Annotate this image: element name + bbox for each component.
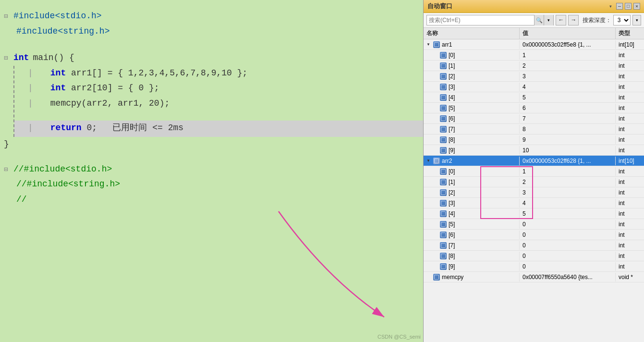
var-icon xyxy=(440,242,447,249)
search-next-button[interactable]: → xyxy=(568,15,579,25)
var-icon xyxy=(440,136,447,143)
var-icon xyxy=(440,115,447,122)
table-row[interactable]: [6] 7 int xyxy=(424,113,644,124)
table-row[interactable]: [1] 2 int xyxy=(424,61,644,71)
name-cell: [1] xyxy=(424,61,520,70)
value-cell: 4 xyxy=(520,199,616,208)
value-cell: 0x00007ff6550a5640 {tes... xyxy=(520,273,616,281)
value-cell: 0 xyxy=(520,220,616,229)
name-cell: [6] xyxy=(424,114,520,123)
col-header-value: 值 xyxy=(520,28,616,39)
maximize-button[interactable]: □ xyxy=(625,3,632,10)
collapse-icon-main[interactable]: ⊟ xyxy=(4,52,12,64)
var-icon xyxy=(440,179,447,185)
code-line-arr1: | int arr1[] = { 1,2,3,4,5,6,7,8,9,10 }; xyxy=(14,66,423,81)
close-button[interactable]: ✕ xyxy=(633,3,640,10)
table-row[interactable]: [7] 0 int xyxy=(424,240,644,251)
name-cell: [2] xyxy=(424,72,520,81)
search-prev-button[interactable]: ← xyxy=(556,15,566,25)
table-row[interactable]: [8] 0 int xyxy=(424,251,644,261)
search-depth-dropdown[interactable]: ▾ xyxy=(632,15,641,25)
table-row[interactable]: [2] 3 int xyxy=(424,187,644,198)
code-line-main: ⊟ int main() { xyxy=(0,50,423,66)
table-row[interactable]: [5] 6 int xyxy=(424,103,644,113)
var-icon xyxy=(440,94,447,101)
expand-icon[interactable]: ▼ xyxy=(426,42,431,47)
collapse-icon-1[interactable]: ⊟ xyxy=(4,11,12,23)
type-cell: int xyxy=(616,241,644,250)
var-icon xyxy=(440,147,447,154)
value-cell: 0 xyxy=(520,252,616,260)
var-icon xyxy=(433,158,440,164)
value-cell: 2 xyxy=(520,61,616,70)
search-options-button[interactable]: ▾ xyxy=(544,15,553,25)
col-header-name: 名称 xyxy=(424,28,520,39)
name-cell: [9] xyxy=(424,146,520,155)
table-row[interactable]: [4] 5 int xyxy=(424,208,644,219)
table-row[interactable]: [2] 3 int xyxy=(424,71,644,82)
type-cell: int xyxy=(616,51,644,60)
search-input-container: 🔍 ▾ xyxy=(426,15,554,25)
name-cell: ▼ arr2 xyxy=(424,157,520,165)
name-cell: ▼ arr1 xyxy=(424,40,520,49)
table-row[interactable]: [6] 0 int xyxy=(424,230,644,240)
table-row[interactable]: [8] 9 int xyxy=(424,134,644,145)
code-line-comment2: //#include<string.h> xyxy=(0,177,423,192)
name-cell: [0] xyxy=(424,51,520,60)
var-icon xyxy=(440,62,447,69)
table-row-arr2-selected[interactable]: ▼ arr2 0x00000053c02ff628 {1, ... int[10… xyxy=(424,156,644,166)
table-row[interactable]: [4] 5 int xyxy=(424,92,644,103)
value-cell: 3 xyxy=(520,72,616,81)
code-line-comment3: // xyxy=(0,192,423,208)
table-row-memcpy[interactable]: memcpy 0x00007ff6550a5640 {tes... void * xyxy=(424,272,644,282)
value-cell: 1 xyxy=(520,51,616,60)
table-row[interactable]: [5] 0 int xyxy=(424,219,644,230)
type-cell: int xyxy=(616,167,644,176)
code-line-return: | return 0; 已用时间 <= 2ms xyxy=(14,121,423,137)
collapse-icon-comment[interactable]: ⊟ xyxy=(4,164,12,176)
table-row[interactable]: [9] 0 int xyxy=(424,261,644,272)
value-cell: 0 xyxy=(520,262,616,271)
table-row[interactable]: [7] 8 int xyxy=(424,124,644,134)
type-cell: int xyxy=(616,93,644,102)
pin-icon[interactable]: ▾ xyxy=(609,3,612,10)
value-cell: 6 xyxy=(520,104,616,112)
table-row[interactable]: [9] 10 int xyxy=(424,145,644,156)
table-row[interactable]: ▼ arr1 0x00000053c02ff5e8 {1, ... int[10… xyxy=(424,39,644,50)
var-icon xyxy=(440,221,447,228)
var-icon xyxy=(440,189,447,196)
search-depth-select[interactable]: 3 1 2 4 5 xyxy=(613,15,631,25)
name-cell: [9] xyxy=(424,262,520,271)
table-row[interactable]: [1] 2 int xyxy=(424,177,644,187)
name-cell: [0] xyxy=(424,167,520,176)
type-cell: int xyxy=(616,231,644,239)
table-row[interactable]: [3] 4 int xyxy=(424,82,644,92)
table-row[interactable]: [0] 1 int xyxy=(424,166,644,177)
value-cell: 3 xyxy=(520,188,616,197)
search-button[interactable]: 🔍 xyxy=(534,15,544,25)
value-cell: 4 xyxy=(520,83,616,91)
minimize-button[interactable]: — xyxy=(616,3,623,10)
titlebar-buttons: ▾ — □ ✕ xyxy=(609,3,640,10)
name-cell: [8] xyxy=(424,135,520,144)
search-input[interactable] xyxy=(427,16,534,24)
name-cell: [3] xyxy=(424,199,520,208)
table-row[interactable]: [0] 1 int xyxy=(424,50,644,61)
var-icon xyxy=(440,200,447,207)
value-cell: 0x00000053c02ff5e8 {1, ... xyxy=(520,40,616,49)
var-icon xyxy=(433,274,440,281)
type-cell: int xyxy=(616,178,644,186)
watch-table: 名称 值 类型 ▼ arr1 0x00000053c02ff5e8 {1, ..… xyxy=(424,28,644,342)
name-cell: [6] xyxy=(424,231,520,239)
code-line-empty-2 xyxy=(14,111,423,121)
value-cell: 0 xyxy=(520,231,616,239)
code-line-comment1: ⊟ //#include<stdio.h> xyxy=(0,162,423,177)
code-line-1: ⊟ #include<stdio.h> xyxy=(0,9,423,24)
type-cell: int[10] xyxy=(616,40,644,49)
value-cell: 2 xyxy=(520,178,616,186)
code-line-2: #include<string.h> xyxy=(0,24,423,39)
type-cell: int xyxy=(616,146,644,155)
var-icon xyxy=(440,84,447,90)
table-row[interactable]: [3] 4 int xyxy=(424,198,644,208)
name-cell: [7] xyxy=(424,125,520,134)
